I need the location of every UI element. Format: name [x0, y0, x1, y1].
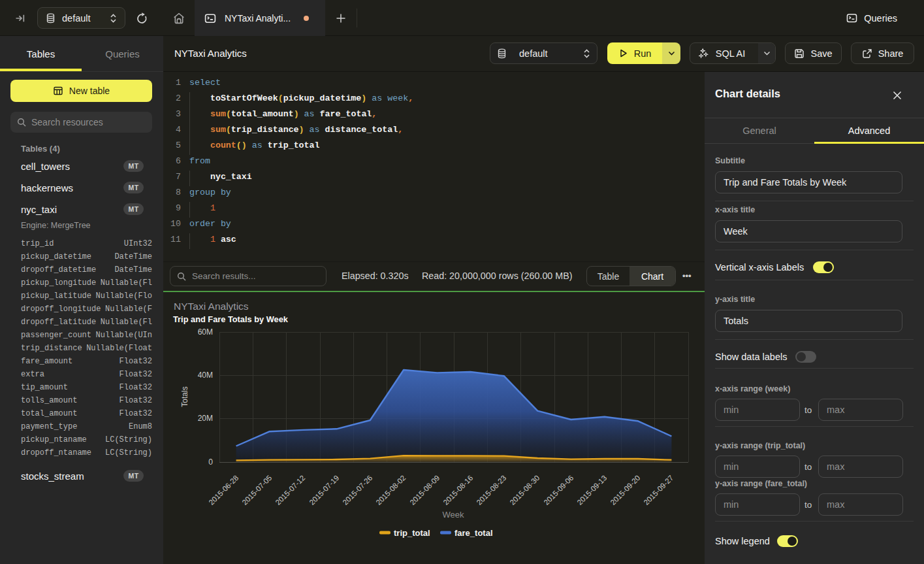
svg-text:2015-07-26: 2015-07-26	[341, 474, 374, 506]
svg-text:fare_total: fare_total	[454, 528, 493, 538]
svg-text:0: 0	[208, 457, 213, 467]
svg-text:2015-09-27: 2015-09-27	[642, 474, 675, 506]
svg-text:Totals: Totals	[180, 386, 189, 406]
svg-text:2015-08-02: 2015-08-02	[374, 474, 407, 506]
svg-text:2015-08-09: 2015-08-09	[408, 474, 441, 506]
svg-text:NYTaxi Analytics: NYTaxi Analytics	[174, 301, 249, 312]
svg-text:2015-09-06: 2015-09-06	[542, 474, 575, 506]
svg-text:2015-09-13: 2015-09-13	[575, 474, 608, 506]
svg-text:40M: 40M	[198, 371, 213, 380]
svg-text:2015-07-12: 2015-07-12	[274, 474, 306, 506]
svg-text:2015-07-05: 2015-07-05	[240, 474, 273, 506]
svg-text:Week: Week	[443, 510, 464, 520]
svg-text:2015-09-20: 2015-09-20	[609, 474, 641, 506]
svg-text:2015-08-23: 2015-08-23	[475, 474, 507, 506]
svg-text:20M: 20M	[198, 414, 213, 423]
svg-text:2015-08-16: 2015-08-16	[441, 474, 474, 506]
svg-text:Trip and Fare Totals by Week: Trip and Fare Totals by Week	[173, 314, 289, 324]
svg-text:trip_total: trip_total	[394, 528, 430, 538]
svg-text:2015-07-19: 2015-07-19	[308, 474, 340, 506]
svg-text:2015-08-30: 2015-08-30	[508, 474, 541, 506]
svg-text:2015-06-28: 2015-06-28	[207, 474, 240, 506]
svg-text:60M: 60M	[198, 327, 213, 337]
